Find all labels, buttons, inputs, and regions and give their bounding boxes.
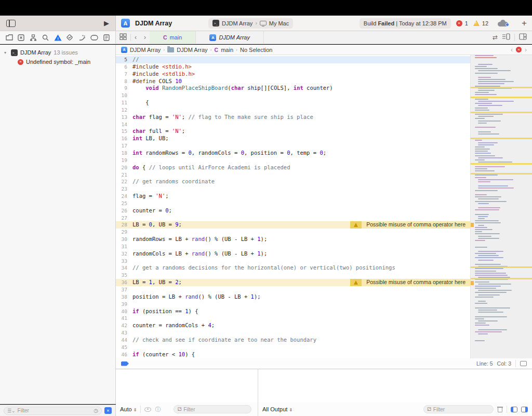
line-number[interactable]: 18 (116, 150, 132, 157)
variables-filter-input[interactable]: ⚁ Filter (174, 405, 251, 413)
issue-row[interactable]: ✕ Undefined symbol: _main (0, 57, 115, 66)
code-review-icon[interactable]: ⇄ (493, 34, 498, 41)
line-number[interactable]: 30 (116, 236, 132, 243)
report-navigator-icon[interactable] (102, 34, 110, 42)
code-line[interactable]: 36LB = 1, UB = 2;Possible misuse of comm… (116, 279, 532, 286)
code-line[interactable]: 15char full = 'N'; (116, 128, 532, 135)
clear-console-icon[interactable] (497, 406, 503, 412)
minimap[interactable] (470, 55, 532, 358)
code-line[interactable]: 5// (116, 56, 532, 63)
line-number[interactable]: 40 (116, 308, 132, 315)
scheme-selector[interactable]: >_ DJDM Array › My Mac (208, 18, 293, 29)
code-line[interactable]: 11 { (116, 99, 532, 106)
editor-options-icon[interactable] (502, 33, 510, 42)
symbol-navigator-icon[interactable] (30, 34, 37, 42)
line-number[interactable]: 28 (116, 221, 132, 229)
line-number[interactable]: 44 (116, 337, 132, 344)
breadcrumb-group[interactable]: DJDM Array (177, 47, 207, 53)
issue-navigator-icon-active[interactable]: ! (54, 34, 62, 42)
minimized-view-icon[interactable] (520, 361, 527, 366)
line-number[interactable]: 45 (116, 344, 132, 351)
line-number[interactable]: 31 (116, 243, 132, 250)
tab-djdm-array[interactable]: A DJDM Array (196, 31, 263, 44)
line-number[interactable]: 35 (116, 272, 132, 279)
code-line[interactable]: 10 (116, 92, 532, 99)
line-number[interactable]: 29 (116, 229, 132, 236)
line-number[interactable]: 11 (116, 99, 132, 106)
warning-count-badge[interactable]: 12 (473, 20, 488, 26)
show-errors-only-toggle[interactable]: ✕ (104, 407, 112, 414)
code-line[interactable]: 18int randomRows = 0, randomCols = 0, po… (116, 150, 532, 157)
show-console-view-icon[interactable] (521, 407, 528, 412)
code-line[interactable]: 16int LB, UB; (116, 135, 532, 142)
line-number[interactable]: 36 (116, 279, 132, 286)
line-number[interactable]: 38 (116, 293, 132, 301)
code-line[interactable]: 29 (116, 229, 532, 236)
code-line[interactable]: 17 (116, 142, 532, 150)
line-number[interactable]: 34 (116, 264, 132, 272)
quick-look-icon[interactable] (144, 407, 151, 412)
code-line[interactable]: 38position = LB + rand() % (UB - LB + 1)… (116, 293, 532, 301)
code-line[interactable]: 28LB = 0, UB = 9;Possible misuse of comm… (116, 221, 532, 229)
code-line[interactable]: 32randomCols = LB + rand() % (UB - LB + … (116, 250, 532, 258)
line-number[interactable]: 33 (116, 258, 132, 265)
breadcrumb-project[interactable]: DJDM Array (130, 47, 161, 53)
add-editor-icon[interactable] (519, 33, 527, 42)
code-line[interactable]: 27 (116, 214, 532, 222)
code-line[interactable]: 41 (116, 315, 532, 322)
navigator-toggle-icon[interactable] (6, 20, 16, 27)
line-number[interactable]: 26 (116, 207, 132, 214)
inline-warning-annotation[interactable]: Possible misuse of comma operator here (350, 279, 470, 286)
code-line[interactable]: 22// get randoms coordinate (116, 178, 532, 185)
destination-name[interactable]: My Mac (269, 20, 289, 26)
code-line[interactable]: 39 (116, 301, 532, 308)
related-items-icon[interactable] (116, 33, 130, 42)
forward-button[interactable]: › (140, 34, 150, 41)
line-number[interactable]: 41 (116, 315, 132, 322)
debug-navigator-icon[interactable] (78, 34, 86, 42)
line-number[interactable]: 37 (116, 286, 132, 293)
code-line[interactable]: 35 (116, 272, 532, 279)
variables-scope-popup[interactable]: Auto ⇕ (120, 406, 137, 412)
back-button[interactable]: ‹ (131, 34, 140, 41)
line-number[interactable]: 8 (116, 78, 132, 85)
code-line[interactable]: 13char flag = 'N'; // flag to The make s… (116, 114, 532, 121)
navigator-filter-input[interactable]: ☰⌄ Filter ◷ (4, 407, 102, 415)
line-number[interactable]: 19 (116, 157, 132, 164)
issue-group-row[interactable]: ▾ >_ DJDM Array 13 issues (0, 48, 115, 57)
line-number[interactable]: 43 (116, 329, 132, 337)
breakpoint-navigator-icon[interactable] (90, 34, 98, 42)
code-line[interactable]: 14 (116, 121, 532, 128)
code-line[interactable]: 6#include <stdio.h> (116, 63, 532, 71)
code-line[interactable]: 34// get a randoms decisions for the hor… (116, 264, 532, 272)
line-number[interactable]: 22 (116, 178, 132, 185)
error-icon[interactable]: ✕ (516, 47, 522, 52)
line-number[interactable]: 24 (116, 193, 132, 200)
line-number[interactable]: 7 (116, 71, 132, 78)
code-line[interactable]: 33 (116, 258, 532, 265)
inline-warning-annotation[interactable]: Possible misuse of comma operator here (350, 221, 470, 229)
show-variables-view-icon[interactable] (511, 407, 517, 412)
line-number[interactable]: 46 (116, 351, 132, 358)
line-number[interactable]: 9 (116, 85, 132, 92)
project-navigator-icon[interactable] (5, 34, 13, 42)
line-number[interactable]: 12 (116, 106, 132, 114)
breadcrumb-file[interactable]: main (221, 47, 233, 53)
line-number[interactable]: 5 (116, 56, 132, 63)
code-line[interactable]: 24flag = 'N'; (116, 193, 532, 200)
code-line[interactable]: 23 (116, 185, 532, 193)
line-number[interactable]: 23 (116, 185, 132, 193)
code-line[interactable]: 46if (counter < 10) { (116, 351, 532, 358)
code-line[interactable]: 21 (116, 171, 532, 179)
code-line[interactable]: 25 (116, 200, 532, 207)
breadcrumb-selection[interactable]: No Selection (240, 47, 272, 53)
line-number[interactable]: 15 (116, 128, 132, 135)
code-line[interactable]: 43 (116, 329, 532, 337)
line-number[interactable]: 32 (116, 250, 132, 258)
code-line[interactable]: 20do { // loops until AirForce Academi i… (116, 164, 532, 171)
line-number[interactable]: 21 (116, 171, 132, 179)
code-line[interactable]: 30randomRows = LB + rand() % (UB - LB + … (116, 236, 532, 243)
line-number[interactable]: 20 (116, 164, 132, 171)
scheme-name[interactable]: DJDM Array (222, 20, 252, 26)
line-number[interactable]: 16 (116, 135, 132, 142)
